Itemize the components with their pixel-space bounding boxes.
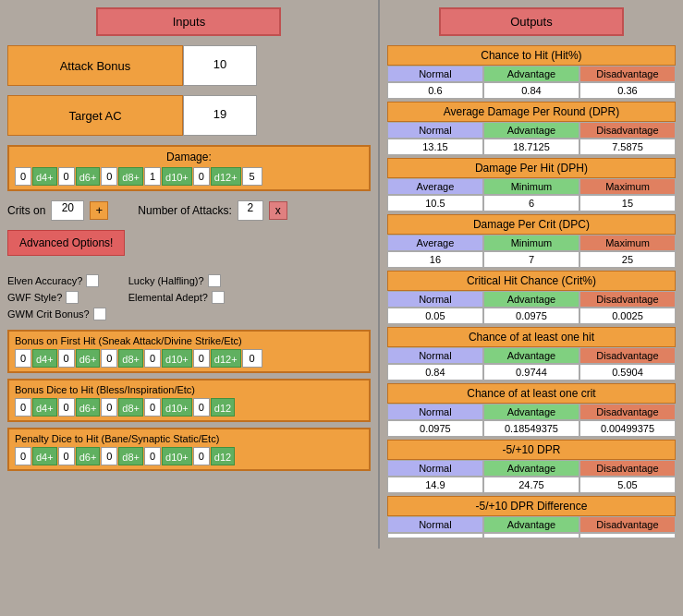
gwf-style-label: GWF Style? <box>7 292 62 303</box>
bfh-d8-count[interactable]: 0 <box>101 349 117 368</box>
crits-row: Crits on 20 + Number of Attacks: 2 x <box>7 200 371 221</box>
five-ten-diff-advantage-value <box>483 533 579 538</box>
pdh-d6-count[interactable]: 0 <box>58 447 75 465</box>
num-attacks-x-button[interactable]: x <box>269 201 287 220</box>
dpr-disadvantage-value: 7.5875 <box>579 139 676 155</box>
damage-d6-count[interactable]: 0 <box>58 167 75 186</box>
damage-dice-row: 0 d4+ 0 d6+ 0 d8+ 1 d10+ 0 d12+ 5 <box>15 167 363 186</box>
one-hit-advantage-header: Advantage <box>483 347 579 364</box>
one-hit-advantage-value: 0.9744 <box>483 364 579 380</box>
bonus-first-hit-dice-row: 0 d4+ 0 d6+ 0 d8+ 0 d10+ 0 d12+ 0 <box>15 349 363 368</box>
damage-title: Damage: <box>15 151 363 163</box>
bdh-d6-count[interactable]: 0 <box>58 398 75 417</box>
pdh-d8-count[interactable]: 0 <box>101 447 117 465</box>
hit-advantage-value: 0.84 <box>483 82 579 99</box>
damage-d10-count[interactable]: 1 <box>144 167 161 186</box>
damage-d10-label: d10+ <box>162 167 192 186</box>
dpc-section: Damage Per Crit (DPC) Average Minimum Ma… <box>387 214 676 268</box>
attack-bonus-label: Attack Bonus <box>7 45 183 86</box>
elemental-adept-checkbox[interactable] <box>212 291 225 304</box>
crit-normal-value: 0.05 <box>387 308 483 324</box>
damage-d12-count[interactable]: 0 <box>193 167 210 186</box>
dph-minimum-value: 6 <box>483 195 579 211</box>
bonus-first-hit-section: Bonus on First Hit (Sneak Attack/Divine … <box>7 330 371 373</box>
dpc-average-value: 16 <box>387 251 483 268</box>
bfh-d10-count[interactable]: 0 <box>144 349 161 368</box>
dpr-section: Average Damage Per Round (DPR) Normal Ad… <box>387 102 676 155</box>
dpc-minimum-value: 7 <box>483 251 579 268</box>
bfh-d12-count[interactable]: 0 <box>193 349 210 368</box>
one-hit-disadvantage-value: 0.5904 <box>579 364 676 380</box>
lucky-checkbox-item: Lucky (Halfling)? <box>128 274 225 287</box>
bfh-d10-label: d10+ <box>162 349 192 368</box>
pdh-d4-count[interactable]: 0 <box>15 447 31 465</box>
elven-accuracy-checkbox[interactable] <box>86 274 99 287</box>
dpc-average-header: Average <box>387 235 483 251</box>
checkbox-col-left: Elven Accuracy? GWF Style? GWM Crit Bonu… <box>7 274 106 320</box>
bdh-d4-count[interactable]: 0 <box>15 398 31 417</box>
crit-normal-header: Normal <box>387 291 483 308</box>
elven-accuracy-checkbox-item: Elven Accuracy? <box>7 274 106 287</box>
elemental-adept-label: Elemental Adept? <box>128 292 208 303</box>
crit-disadvantage-header: Disadvantage <box>579 291 676 308</box>
bfh-flat-bonus[interactable]: 0 <box>242 349 262 368</box>
pdh-d12-count[interactable]: 0 <box>193 447 210 465</box>
one-crit-advantage-header: Advantage <box>483 404 579 420</box>
advanced-options-button[interactable]: Advanced Options! <box>7 230 125 256</box>
bfh-d6-count[interactable]: 0 <box>58 349 75 368</box>
damage-flat-bonus[interactable]: 5 <box>242 167 262 186</box>
right-panel: Outputs Chance to Hit (Hit%) Normal Adva… <box>380 0 683 549</box>
hit-disadvantage-header: Disadvantage <box>579 66 676 82</box>
bonus-dice-hit-title: Bonus Dice to Hit (Bless/Inspiration/Etc… <box>15 384 363 395</box>
gwm-crit-checkbox-item: GWM Crit Bonus? <box>7 308 106 320</box>
outputs-header: Outputs <box>439 7 624 36</box>
five-ten-diff-normal-value <box>387 533 483 538</box>
bfh-d4-count[interactable]: 0 <box>15 349 31 368</box>
bfh-d6-label: d6+ <box>76 349 101 368</box>
dpr-header: Average Damage Per Round (DPR) <box>387 102 676 122</box>
one-hit-normal-value: 0.84 <box>387 364 483 380</box>
crits-plus-button[interactable]: + <box>90 201 108 220</box>
target-ac-row: Target AC 19 <box>7 95 371 136</box>
crit-chance-header: Critical Hit Chance (Crit%) <box>387 271 676 291</box>
five-ten-diff-header: -5/+10 DPR Difference <box>387 496 676 516</box>
dpr-normal-header: Normal <box>387 122 483 139</box>
dph-section: Damage Per Hit (DPH) Average Minimum Max… <box>387 158 676 211</box>
num-attacks-input[interactable]: 2 <box>238 200 263 221</box>
bdh-d8-count[interactable]: 0 <box>101 398 117 417</box>
bdh-d12-count[interactable]: 0 <box>193 398 210 417</box>
attack-bonus-input[interactable]: 10 <box>183 45 257 86</box>
bfh-d12-label: d12+ <box>211 349 241 368</box>
penalty-dice-hit-title: Penalty Dice to Hit (Bane/Synaptic Stati… <box>15 433 363 444</box>
one-crit-normal-header: Normal <box>387 404 483 420</box>
crit-disadvantage-value: 0.0025 <box>579 308 676 324</box>
one-hit-section: Chance of at least one hit Normal Advant… <box>387 327 676 380</box>
bonus-dice-hit-row: 0 d4+ 0 d6+ 0 d8+ 0 d10+ 0 d12 <box>15 398 363 417</box>
gwf-style-checkbox[interactable] <box>66 291 79 304</box>
target-ac-input[interactable]: 19 <box>183 95 257 136</box>
bdh-d12-label: d12 <box>211 398 235 417</box>
bonus-first-hit-title: Bonus on First Hit (Sneak Attack/Divine … <box>15 335 363 346</box>
dph-maximum-header: Maximum <box>579 178 676 195</box>
one-crit-section: Chance of at least one crit Normal Advan… <box>387 383 676 437</box>
bdh-d4-label: d4+ <box>32 398 57 417</box>
one-crit-disadvantage-value: 0.00499375 <box>579 420 676 437</box>
elven-accuracy-label: Elven Accuracy? <box>7 275 82 286</box>
pdh-d8-label: d8+ <box>118 447 143 465</box>
crits-input[interactable]: 20 <box>51 200 84 221</box>
bdh-d10-count[interactable]: 0 <box>144 398 161 417</box>
pdh-d10-count[interactable]: 0 <box>144 447 161 465</box>
lucky-checkbox[interactable] <box>208 274 221 287</box>
dph-average-header: Average <box>387 178 483 195</box>
damage-d8-count[interactable]: 0 <box>101 167 117 186</box>
elemental-adept-checkbox-item: Elemental Adept? <box>128 291 225 304</box>
damage-d4-label: d4+ <box>32 167 57 186</box>
one-crit-header: Chance of at least one crit <box>387 383 676 404</box>
checkbox-col-right: Lucky (Halfling)? Elemental Adept? <box>128 274 225 320</box>
gwm-crit-checkbox[interactable] <box>93 308 106 320</box>
target-ac-label: Target AC <box>7 95 183 136</box>
one-hit-normal-header: Normal <box>387 347 483 364</box>
penalty-dice-hit-section: Penalty Dice to Hit (Bane/Synaptic Stati… <box>7 428 371 471</box>
bdh-d8-label: d8+ <box>118 398 143 417</box>
damage-d4-count[interactable]: 0 <box>15 167 31 186</box>
